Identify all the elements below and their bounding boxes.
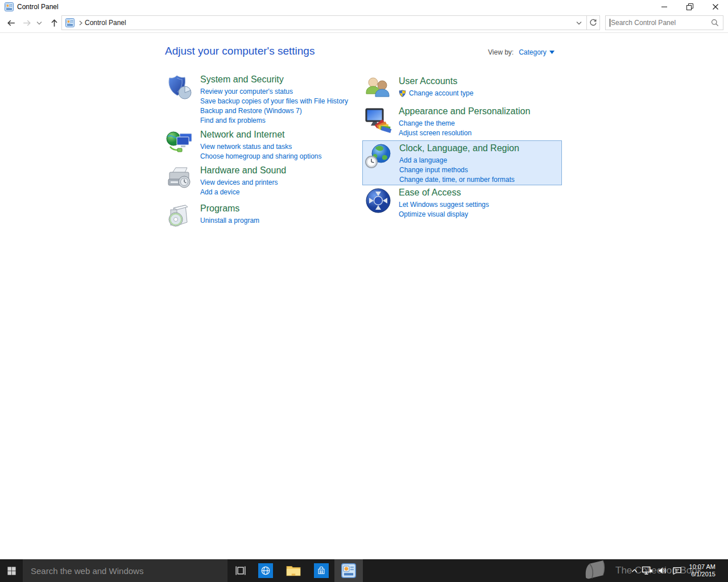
close-icon [710,2,721,12]
category-system-and-security: System and Security Review your computer… [166,74,348,126]
category-link[interactable]: Optimize visual display [399,210,489,219]
system-tray [631,559,682,582]
up-button[interactable] [47,15,61,30]
view-by-dropdown[interactable]: Category [519,48,555,56]
start-button[interactable] [0,559,23,582]
task-view-icon [234,566,247,576]
category-link[interactable]: Choose homegroup and sharing options [200,152,321,161]
back-button[interactable] [3,15,18,30]
chevron-up-icon [631,568,638,573]
category-link[interactable]: Uninstall a program [200,216,259,226]
volume-speaker-icon [657,566,668,576]
taskbar-search-placeholder: Search the web and Windows [31,566,143,576]
restore-icon [685,2,695,12]
category-title[interactable]: Clock, Language, and Region [399,143,519,153]
category-ease-of-access: Ease of Access Let Windows suggest setti… [365,187,489,219]
category-link[interactable]: Change date, time, or number formats [399,175,519,185]
category-link-label: Change account type [409,89,473,98]
category-link[interactable]: Change input methods [399,165,519,175]
control-panel-icon [65,18,75,27]
clock-date: 6/1/2015 [691,571,715,578]
taskbar: Search the web and Windows [0,559,728,582]
show-hidden-icons-button[interactable] [631,568,638,573]
address-dropdown-button[interactable] [572,16,586,30]
category-title[interactable]: Hardware and Sound [200,165,286,176]
taskbar-app-store[interactable] [307,559,335,582]
refresh-icon [589,19,597,27]
system-and-security-icon[interactable] [166,74,193,101]
taskbar-app-edge[interactable] [251,559,279,582]
category-link[interactable]: Backup and Restore (Windows 7) [200,106,348,116]
task-view-button[interactable] [228,559,254,582]
breadcrumb[interactable]: Control Panel [85,19,126,27]
ease-of-access-icon[interactable] [365,187,392,214]
taskbar-search-input[interactable]: Search the web and Windows [23,559,228,582]
search-input[interactable]: Search Control Panel [605,15,723,30]
up-arrow-icon [49,18,60,28]
category-programs: Programs Uninstall a program [166,203,259,230]
view-by-label: View by: [488,48,514,56]
search-icon[interactable] [711,19,719,27]
chevron-down-icon [36,21,42,25]
category-link[interactable]: Save backup copies of your files with Fi… [200,97,348,106]
category-hardware-and-sound: Hardware and Sound View devices and prin… [166,165,286,197]
recent-pages-button[interactable] [34,15,44,30]
forward-arrow-icon [22,18,32,28]
user-accounts-icon[interactable] [365,76,392,103]
breadcrumb-chevron-icon [79,20,82,26]
action-center-button[interactable] [672,566,682,576]
category-link[interactable]: Change the theme [399,119,530,128]
category-link[interactable]: View devices and printers [200,178,286,188]
minimize-icon [659,2,669,12]
view-by-value: Category [519,48,547,56]
hardware-and-sound-icon[interactable] [166,165,193,192]
category-title[interactable]: Ease of Access [399,187,489,198]
clock-time: 10:07 AM [689,563,715,571]
category-link[interactable]: Find and fix problems [200,116,348,126]
category-link[interactable]: Review your computer's status [200,87,348,97]
category-clock-language-region[interactable]: Clock, Language, and Region Add a langua… [362,140,562,185]
refresh-button[interactable] [587,15,600,30]
back-arrow-icon [6,18,16,28]
category-link[interactable]: Add a device [200,188,286,197]
file-explorer-folder-icon [286,564,301,577]
network-tray-button[interactable] [642,566,653,576]
category-user-accounts: User Accounts Change account type [365,76,473,103]
category-appearance-and-personalization: Appearance and Personalization Change th… [365,106,530,138]
close-button[interactable] [702,0,728,13]
search-placeholder: Search Control Panel [611,19,711,27]
minimize-button[interactable] [651,0,677,13]
dropdown-caret-icon [549,51,555,54]
category-title[interactable]: Programs [200,203,259,214]
category-link[interactable]: Let Windows suggest settings [399,200,489,210]
page-title: Adjust your computer's settings [165,45,315,57]
programs-icon[interactable] [166,203,193,230]
forward-button[interactable] [19,15,34,30]
uac-shield-icon [399,90,406,97]
address-bar[interactable]: Control Panel [61,15,587,30]
category-link[interactable]: Change account type [399,89,473,98]
category-title[interactable]: User Accounts [399,76,473,86]
watermark-book-icon [577,560,612,581]
category-title[interactable]: Network and Internet [200,129,321,140]
category-link[interactable]: Add a language [399,156,519,165]
restore-button[interactable] [677,0,702,13]
category-title[interactable]: Appearance and Personalization [399,106,530,117]
appearance-and-personalization-icon[interactable] [365,106,392,133]
control-panel-icon[interactable] [5,2,14,11]
control-panel-icon [341,563,356,578]
network-and-internet-icon[interactable] [166,129,193,156]
network-display-icon [642,566,653,576]
taskbar-clock[interactable]: 10:07 AM 6/1/2015 [684,559,718,582]
category-title[interactable]: System and Security [200,74,348,85]
view-by-control: View by: Category [488,48,555,56]
window-titlebar: Control Panel [0,0,728,13]
volume-tray-button[interactable] [657,566,668,576]
text-caret [610,19,610,27]
category-link[interactable]: View network status and tasks [200,142,321,152]
clock-language-region-icon[interactable] [365,143,392,170]
taskbar-app-file-explorer[interactable] [279,559,307,582]
category-link[interactable]: Adjust screen resolution [399,128,530,138]
edge-browser-icon [258,563,273,578]
taskbar-app-control-panel[interactable] [334,559,363,582]
